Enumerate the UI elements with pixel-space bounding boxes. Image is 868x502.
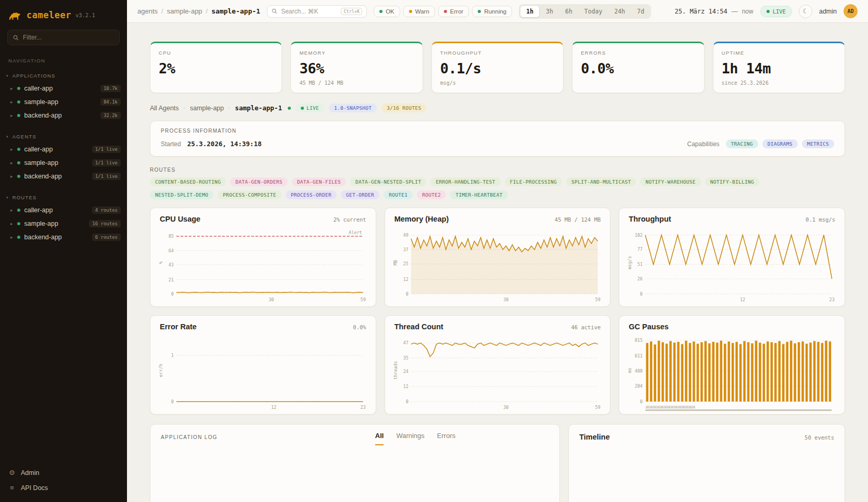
route-pill-get-order[interactable]: GET-ORDER — [341, 190, 379, 199]
route-pill-process-composite[interactable]: PROCESS-COMPOSITE — [218, 190, 281, 199]
sidebar-item-agents-caller-app[interactable]: ▸ caller-app 1/1 live — [0, 143, 127, 156]
timeline-events-count: 50 events — [805, 434, 834, 441]
route-pill-data-gen-orders[interactable]: DATA-GEN-ORDERS — [230, 177, 287, 186]
breadcrumb-item[interactable]: agents — [137, 7, 158, 15]
route-pill-route1[interactable]: ROUTE1 — [384, 190, 413, 199]
status-dot-icon — [17, 161, 20, 164]
svg-text:25: 25 — [403, 261, 408, 266]
route-pill-timer-heartbeat[interactable]: TIMER-HEARTBEAT — [450, 190, 507, 199]
metric-value: 1h 14m — [722, 60, 836, 76]
log-tab-errors[interactable]: Errors — [437, 432, 455, 445]
sidebar-item-applications-caller-app[interactable]: ▸ caller-app 10.7k — [0, 82, 127, 95]
metric-value: 0.1/s — [440, 60, 555, 76]
chart-plot: 0265177102msg/s1223 — [627, 225, 837, 303]
log-tab-all[interactable]: All — [375, 432, 384, 445]
sidebar-filter[interactable] — [7, 30, 120, 45]
route-pill-route2[interactable]: ROUTE2 — [417, 190, 446, 199]
agent-badge-live: LIVE — [296, 104, 324, 112]
sidebar-footer: ⚙ Admin ≡ API Docs — [0, 462, 127, 502]
metric-card-uptime: UPTIME 1h 14m since 25.3.2026 — [713, 42, 845, 93]
capabilities: Capabilities TRACINGDIAGRAMSMETRICS — [687, 139, 834, 148]
section-label: AGENTS — [12, 134, 36, 139]
status-dot-icon — [379, 10, 382, 13]
status-filter-error[interactable]: Error — [438, 6, 469, 17]
time-range-display[interactable]: 25. März 14:54 — now — [674, 8, 753, 15]
timeline-title: Timeline — [579, 433, 610, 441]
item-label: sample-app — [24, 159, 58, 166]
svg-text:102: 102 — [635, 233, 643, 238]
sidebar-item-applications-sample-app[interactable]: ▸ sample-app 84.1k — [0, 95, 127, 109]
range-button-today[interactable]: Today — [579, 5, 608, 18]
dark-mode-toggle[interactable]: ☾ — [799, 5, 812, 18]
item-label: caller-app — [24, 146, 53, 153]
global-search[interactable]: Ctrl+K — [267, 5, 367, 18]
route-pill-nested-split-demo[interactable]: NESTED-SPLIT-DEMO — [150, 190, 213, 199]
footer-item-api-docs[interactable]: ≡ API Docs — [8, 484, 119, 492]
svg-text:12: 12 — [271, 405, 276, 410]
logo[interactable]: cameleer v3.2.1 — [0, 0, 127, 29]
app-name: cameleer — [27, 10, 71, 20]
item-badge: 10.7k — [100, 85, 121, 92]
chart-card-thread-count: Thread Count 46 active012243547threads30… — [385, 315, 611, 415]
svg-text:408: 408 — [635, 368, 643, 374]
status-dot-icon — [17, 100, 20, 104]
search-input[interactable] — [281, 8, 337, 15]
item-label: backend-app — [24, 234, 62, 241]
item-badge: 1/1 live — [92, 146, 121, 153]
dot-icon — [301, 107, 304, 110]
chevron-right-icon: ▸ — [10, 221, 13, 226]
agent-breadcrumb-bar: All Agents·sample-app·sample-app-1LIVE1.… — [150, 104, 845, 112]
filter-input[interactable] — [23, 34, 114, 41]
sidebar-section-routes[interactable]: ▾ROUTES — [0, 192, 127, 203]
route-pill-notify-warehouse[interactable]: NOTIFY-WAREHOUSE — [640, 177, 700, 186]
main-area: agents/sample-app/sample-app-1 Ctrl+K OK… — [127, 0, 868, 502]
user-name: admin — [819, 8, 837, 15]
status-filter-running[interactable]: Running — [472, 6, 512, 17]
svg-text:26: 26 — [637, 276, 643, 281]
chart-meta: 45 MB / 124 MB — [555, 216, 601, 223]
breadcrumb-item[interactable]: sample-app — [167, 7, 202, 15]
svg-text:MB: MB — [393, 260, 398, 265]
capabilities-label: Capabilities — [687, 140, 720, 148]
route-pill-file-processing[interactable]: FILE-PROCESSING — [505, 177, 562, 186]
agent-crumb-sample-app[interactable]: sample-app — [190, 105, 224, 112]
range-button-6h[interactable]: 6h — [559, 5, 578, 18]
chevron-right-icon: ▸ — [10, 99, 13, 105]
chart-title: Thread Count — [394, 323, 443, 331]
item-badge: 1/1 live — [92, 159, 121, 166]
sidebar-section-applications[interactable]: ▾APPLICATIONS — [0, 71, 127, 82]
chevron-right-icon: ▸ — [10, 208, 13, 213]
log-tab-warnings[interactable]: Warnings — [396, 432, 424, 445]
menu-icon: ≡ — [8, 484, 16, 492]
status-filter-ok[interactable]: OK — [374, 6, 400, 17]
route-pill-data-gen-nested-split[interactable]: DATA-GEN-NESTED-SPLIT — [350, 177, 426, 186]
range-button-1h[interactable]: 1h — [520, 5, 540, 18]
svg-text:0: 0 — [406, 291, 409, 297]
route-pill-notify-billing[interactable]: NOTIFY-BILLING — [705, 177, 759, 186]
route-pill-content-based-routing[interactable]: CONTENT-BASED-ROUTING — [150, 177, 226, 186]
sidebar-item-agents-sample-app[interactable]: ▸ sample-app 1/1 live — [0, 156, 127, 170]
range-button-7d[interactable]: 7d — [631, 5, 650, 18]
svg-text:51: 51 — [637, 262, 643, 267]
breadcrumb-separator: / — [161, 7, 163, 15]
avatar[interactable]: AD — [844, 4, 858, 18]
sidebar-section-agents[interactable]: ▾AGENTS — [0, 132, 127, 143]
sidebar-item-applications-backend-app[interactable]: ▸ backend-app 32.2k — [0, 109, 127, 122]
svg-text:12: 12 — [403, 384, 408, 389]
sidebar-item-agents-backend-app[interactable]: ▸ backend-app 1/1 live — [0, 170, 127, 183]
footer-item-admin[interactable]: ⚙ Admin — [8, 469, 119, 477]
route-pill-error-handling-test[interactable]: ERROR-HANDLING-TEST — [430, 177, 500, 186]
agent-crumb-all-agents[interactable]: All Agents — [150, 105, 179, 112]
range-button-24h[interactable]: 24h — [608, 5, 631, 18]
sidebar-item-routes-backend-app[interactable]: ▸ backend-app 6 routes — [0, 230, 127, 244]
chart-meta: 46 active — [571, 324, 601, 330]
camel-icon — [8, 9, 22, 20]
route-pill-process-order[interactable]: PROCESS-ORDER — [286, 190, 337, 199]
sidebar-item-routes-caller-app[interactable]: ▸ caller-app 4 routes — [0, 203, 127, 217]
route-pill-split-and-multicast[interactable]: SPLIT-AND-MULTICAST — [566, 177, 636, 186]
range-button-3h[interactable]: 3h — [540, 5, 559, 18]
live-toggle[interactable]: LIVE — [760, 6, 792, 17]
sidebar-item-routes-sample-app[interactable]: ▸ sample-app 16 routes — [0, 217, 127, 230]
status-filter-warn[interactable]: Warn — [403, 6, 435, 17]
route-pill-data-gen-files[interactable]: DATA-GEN-FILES — [292, 177, 346, 186]
